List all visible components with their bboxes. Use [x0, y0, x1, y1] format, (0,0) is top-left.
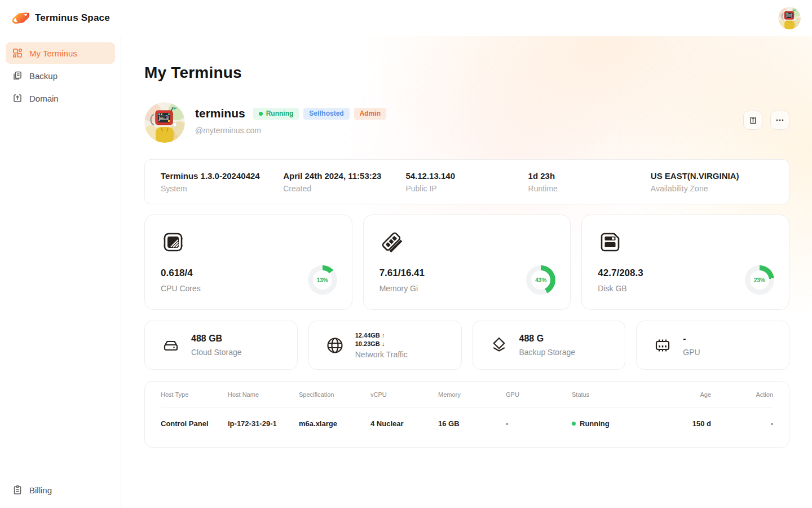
memory-card: 7.61/16.41 Memory Gi 43% — [363, 214, 571, 310]
status-dot — [259, 112, 263, 116]
sidebar-item-backup[interactable]: Backup — [6, 65, 115, 86]
info-public-ip: 54.12.13.140 Public IP — [405, 171, 528, 193]
info-availability-zone: US EAST(N.VIRGINIA) Availability Zone — [651, 171, 773, 193]
selfhosted-badge: Selfhosted — [303, 108, 349, 120]
info-runtime: 1d 23h Runtime — [528, 171, 651, 193]
billing-icon — [12, 485, 23, 495]
resource-cards-row: 488 GB Cloud Storage 12.44GB ↑ 10.23GB ↓… — [144, 321, 789, 370]
backup-storage-value: 488 G — [519, 334, 576, 344]
terminus-avatar — [144, 102, 185, 143]
network-up-value: 12.44GB ↑ — [355, 331, 408, 340]
admin-badge: Admin — [354, 108, 386, 120]
cloud-storage-label: Cloud Storage — [191, 348, 242, 357]
app-header: Terminus Space — [0, 0, 812, 36]
sidebar-item-billing[interactable]: Billing — [6, 479, 115, 501]
cell-age: 150 d — [662, 419, 711, 428]
sidebar-item-label: Domain — [29, 94, 59, 103]
network-down-value: 10.23GB ↓ — [355, 340, 408, 348]
planet-logo-icon — [11, 8, 30, 28]
sidebar-spacer — [6, 110, 115, 479]
user-avatar[interactable] — [778, 7, 801, 29]
cpu-icon — [161, 230, 186, 255]
network-icon — [325, 336, 345, 355]
sidebar-item-label: Backup — [29, 71, 58, 81]
cell-host-name: ip-172-31-29-1 — [228, 419, 299, 428]
info-system: Terminus 1.3.0-20240424 System — [161, 171, 283, 193]
disk-icon — [598, 230, 623, 255]
cloud-storage-card: 488 GB Cloud Storage — [144, 321, 298, 370]
cpu-card: 0.618/4 CPU Cores 13% — [144, 214, 352, 310]
brand-name: Terminus Space — [35, 12, 110, 24]
main-content: My Terminus terminus Running Selfhosted … — [121, 36, 812, 508]
profile-section: terminus Running Selfhosted Admin @myter… — [144, 102, 789, 143]
disk-usage-donut: 23% — [745, 265, 774, 295]
usage-cards-row: 0.618/4 CPU Cores 13% 7.61/16.41 Memory … — [144, 214, 789, 310]
backup-storage-icon — [489, 336, 509, 355]
table-row[interactable]: Control Panel ip-172-31-29-1 m6a.xlarge … — [161, 408, 773, 439]
gpu-value: - — [683, 334, 700, 344]
page-title: My Terminus — [144, 64, 789, 82]
sidebar-item-label: Billing — [29, 485, 52, 495]
export-button[interactable] — [743, 111, 762, 130]
sidebar-item-domain[interactable]: Domain — [6, 87, 115, 109]
backup-storage-card: 488 G Backup Storage — [473, 321, 626, 370]
disk-card: 42.7/208.3 Disk GB 23% — [581, 214, 789, 310]
status-badge: Running — [253, 108, 299, 120]
instance-handle: @myterminus.com — [195, 126, 386, 135]
gpu-label: GPU — [683, 348, 700, 357]
gpu-card: - GPU — [636, 321, 789, 370]
running-status-dot — [572, 422, 576, 426]
instance-info-bar: Terminus 1.3.0-20240424 System April 24t… — [144, 159, 789, 204]
sidebar-item-my-terminus[interactable]: My Terminus — [6, 42, 115, 64]
hosts-table-header: Host Type Host Name Specification vCPU M… — [161, 382, 773, 408]
cell-action: - — [711, 419, 773, 428]
export-icon — [748, 116, 758, 125]
cloud-storage-icon — [161, 336, 180, 355]
cell-host-type: Control Panel — [161, 419, 228, 428]
memory-icon — [379, 230, 404, 255]
domain-icon — [12, 93, 23, 103]
network-label: Network Traffic — [355, 350, 408, 359]
info-created: April 24th 2024, 11:53:23 Created — [283, 171, 405, 193]
gpu-icon — [653, 336, 672, 355]
cell-vcpu: 4 Nuclear — [370, 419, 438, 428]
hosts-table: Host Type Host Name Specification vCPU M… — [144, 381, 789, 448]
cloud-storage-value: 488 GB — [191, 334, 242, 344]
cell-specification: m6a.xlarge — [299, 419, 370, 428]
cell-gpu: - — [506, 419, 572, 428]
backup-icon — [12, 71, 23, 81]
sidebar: My Terminus Backup Domain Billing — [0, 36, 121, 508]
dashboard-icon — [12, 48, 23, 58]
cell-status: Running — [572, 419, 662, 428]
brand[interactable]: Terminus Space — [11, 8, 110, 28]
cell-memory: 16 GB — [438, 419, 506, 428]
network-traffic-card: 12.44GB ↑ 10.23GB ↓ Network Traffic — [308, 321, 462, 370]
instance-name: terminus — [195, 107, 245, 120]
cpu-usage-donut: 13% — [308, 265, 337, 295]
more-icon — [775, 116, 784, 125]
backup-storage-label: Backup Storage — [519, 348, 576, 357]
sidebar-item-label: My Terminus — [29, 49, 77, 58]
more-options-button[interactable] — [770, 111, 789, 130]
memory-usage-donut: 43% — [526, 265, 555, 295]
